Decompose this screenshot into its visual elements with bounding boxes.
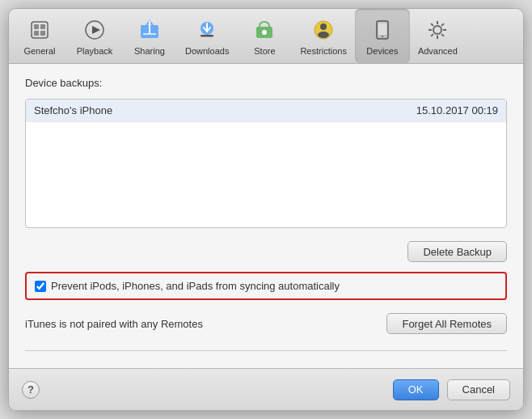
downloads-icon [194,17,220,43]
svg-rect-10 [201,35,213,37]
devices-label: Devices [366,46,398,56]
ok-button[interactable]: OK [393,379,439,400]
toolbar-restrictions[interactable]: Restrictions [292,9,354,63]
advanced-label: Advanced [418,46,458,56]
bottom-bar: ? OK Cancel [9,368,523,410]
toolbar-devices[interactable]: Devices [355,9,410,63]
general-label: General [23,46,55,56]
cancel-button[interactable]: Cancel [447,379,510,400]
devices-icon [369,17,395,43]
device-backups-label: Device backups: [25,77,507,89]
backup-date: 15.10.2017 00:19 [416,104,498,116]
playback-icon [82,17,108,43]
svg-line-27 [441,23,444,26]
toolbar: General Playback Sharing [9,9,523,64]
main-content: Device backups: Stefcho's iPhone 15.10.2… [9,64,523,368]
preferences-window: General Playback Sharing [8,8,524,411]
help-button[interactable]: ? [22,381,40,399]
toolbar-store[interactable]: Store [237,9,292,63]
downloads-label: Downloads [185,46,229,56]
svg-point-12 [262,30,267,35]
separator [25,350,507,351]
svg-rect-18 [378,23,386,35]
general-icon [27,17,53,43]
prevent-syncing-checkbox[interactable] [35,281,46,292]
delete-btn-row: Delete Backup [25,241,507,262]
svg-rect-4 [40,31,45,36]
backup-device-name: Stefcho's iPhone [34,104,416,116]
forget-remotes-button[interactable]: Forget All Remotes [386,313,507,334]
svg-point-20 [433,26,441,34]
svg-point-19 [382,36,383,37]
sharing-icon [137,17,163,43]
remotes-text: iTunes is not paired with any Remotes [25,318,203,330]
svg-rect-8 [143,33,156,35]
svg-rect-0 [32,22,48,38]
backups-empty-area [26,122,506,227]
advanced-icon [424,17,450,43]
svg-line-28 [431,34,433,36]
svg-rect-3 [34,31,39,36]
prevent-syncing-section: Prevent iPods, iPhones, and iPads from s… [25,272,507,300]
restrictions-icon [310,17,336,43]
backups-table: Stefcho's iPhone 15.10.2017 00:19 [25,99,507,228]
svg-line-26 [441,34,444,36]
svg-point-15 [318,32,329,38]
remotes-row: iTunes is not paired with any Remotes Fo… [25,310,507,337]
svg-rect-2 [40,24,45,29]
restrictions-label: Restrictions [300,46,346,56]
sharing-label: Sharing [134,46,165,56]
toolbar-playback[interactable]: Playback [67,9,122,63]
backup-row[interactable]: Stefcho's iPhone 15.10.2017 00:19 [26,99,506,122]
prevent-syncing-label[interactable]: Prevent iPods, iPhones, and iPads from s… [51,280,340,292]
playback-label: Playback [77,46,113,56]
delete-backup-button[interactable]: Delete Backup [407,241,507,262]
svg-line-25 [431,23,433,26]
svg-marker-6 [92,26,100,34]
bottom-actions: OK Cancel [393,379,510,400]
toolbar-downloads[interactable]: Downloads [177,9,237,63]
toolbar-sharing[interactable]: Sharing [122,9,177,63]
svg-point-14 [320,23,327,30]
store-label: Store [254,46,275,56]
toolbar-advanced[interactable]: Advanced [410,9,466,63]
svg-rect-1 [34,24,39,29]
store-icon [251,17,277,43]
toolbar-general[interactable]: General [12,9,67,63]
